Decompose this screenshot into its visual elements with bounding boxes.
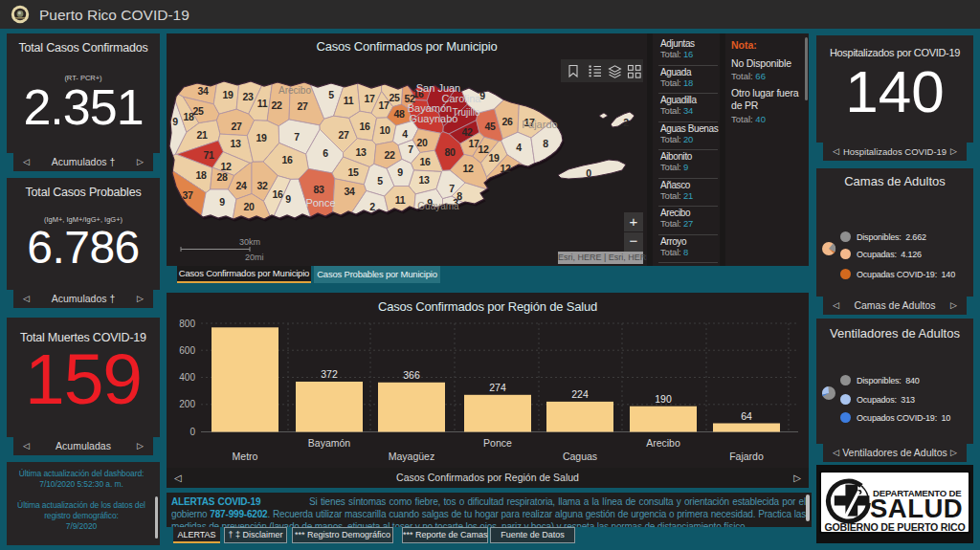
svg-text:Ponce: Ponce: [305, 197, 335, 209]
svg-text:Arecibo: Arecibo: [278, 85, 311, 96]
svg-text:0: 0: [586, 167, 591, 179]
svg-text:11: 11: [395, 194, 406, 206]
svg-text:274: 274: [489, 382, 506, 393]
svg-text:71: 71: [203, 149, 214, 161]
svg-text:26: 26: [501, 116, 513, 127]
svg-text:22: 22: [271, 99, 282, 111]
svg-text:Caguas: Caguas: [563, 451, 597, 462]
svg-text:Guaynabo: Guaynabo: [410, 113, 458, 124]
svg-text:366: 366: [403, 369, 420, 381]
svg-text:GOBIERNO DE PUERTO RICO: GOBIERNO DE PUERTO RICO: [824, 521, 965, 532]
svg-text:19: 19: [488, 152, 500, 164]
svg-text:19: 19: [222, 89, 234, 100]
svg-text:24: 24: [235, 180, 247, 191]
svg-text:20mi: 20mi: [245, 253, 264, 261]
svg-text:16: 16: [359, 121, 370, 132]
svg-text:7: 7: [449, 183, 455, 194]
svg-text:64: 64: [741, 410, 752, 422]
svg-text:Fajardo: Fajardo: [729, 451, 764, 462]
svg-text:6: 6: [323, 147, 328, 159]
svg-text:Metro: Metro: [233, 451, 258, 462]
svg-text:48: 48: [393, 108, 405, 120]
svg-text:17: 17: [364, 93, 375, 104]
svg-text:7: 7: [408, 143, 413, 155]
svg-text:27: 27: [297, 100, 308, 112]
svg-text:25: 25: [192, 105, 204, 117]
svg-text:8: 8: [457, 190, 462, 202]
svg-text:800: 800: [179, 319, 195, 329]
svg-text:18: 18: [195, 169, 207, 181]
svg-text:13: 13: [418, 174, 430, 186]
svg-text:SALUD: SALUD: [870, 494, 963, 523]
svg-text:Guayama: Guayama: [417, 201, 459, 211]
svg-text:0: 0: [189, 427, 195, 437]
svg-text:32: 32: [256, 180, 268, 191]
svg-text:19: 19: [256, 132, 267, 143]
svg-text:16: 16: [419, 156, 431, 167]
svg-text:Fajardo: Fajardo: [522, 119, 557, 130]
svg-text:21: 21: [196, 129, 208, 141]
svg-text:372: 372: [321, 368, 338, 380]
svg-text:600: 600: [179, 345, 195, 356]
svg-text:28: 28: [216, 171, 228, 183]
svg-text:22: 22: [384, 149, 395, 161]
svg-text:8: 8: [543, 138, 548, 149]
svg-text:30km: 30km: [239, 237, 260, 247]
svg-text:42: 42: [461, 126, 473, 138]
svg-text:27: 27: [231, 121, 242, 132]
svg-text:Bayamón: Bayamón: [308, 437, 351, 449]
svg-text:20: 20: [416, 137, 428, 148]
svg-text:83: 83: [313, 184, 324, 195]
svg-text:15: 15: [347, 166, 359, 178]
svg-text:34: 34: [197, 85, 209, 97]
svg-text:5: 5: [377, 175, 383, 187]
svg-text:190: 190: [655, 393, 672, 405]
svg-text:12: 12: [478, 143, 489, 155]
svg-text:4: 4: [516, 142, 522, 153]
svg-text:224: 224: [571, 388, 589, 400]
svg-text:12: 12: [462, 163, 474, 174]
svg-text:34: 34: [344, 186, 355, 197]
svg-text:400: 400: [179, 372, 195, 383]
svg-text:Mayagüez: Mayagüez: [389, 451, 434, 462]
svg-text:5: 5: [328, 89, 334, 100]
svg-text:17: 17: [378, 99, 390, 111]
svg-text:37: 37: [182, 189, 193, 201]
svg-text:27: 27: [338, 129, 349, 141]
svg-text:7: 7: [294, 131, 300, 143]
svg-text:13: 13: [230, 138, 241, 149]
svg-text:Arecibo: Arecibo: [646, 437, 680, 449]
svg-text:Ponce: Ponce: [483, 437, 512, 449]
svg-text:9: 9: [285, 193, 291, 205]
svg-text:11: 11: [344, 95, 354, 106]
svg-text:9: 9: [219, 196, 225, 208]
svg-text:9: 9: [397, 166, 403, 178]
svg-text:10: 10: [379, 124, 390, 136]
svg-text:200: 200: [179, 399, 195, 409]
svg-text:23: 23: [242, 91, 254, 102]
svg-text:9: 9: [172, 116, 178, 127]
svg-text:2: 2: [369, 201, 375, 212]
svg-text:25: 25: [389, 92, 400, 103]
svg-text:20: 20: [243, 201, 255, 212]
svg-text:12: 12: [500, 163, 511, 174]
svg-text:2: 2: [623, 117, 629, 128]
svg-text:16: 16: [272, 188, 283, 200]
svg-text:4: 4: [402, 128, 408, 140]
svg-text:80: 80: [444, 146, 456, 158]
svg-text:45: 45: [484, 121, 496, 132]
svg-text:11: 11: [257, 98, 268, 109]
svg-text:16: 16: [281, 154, 293, 165]
svg-text:13: 13: [355, 146, 367, 158]
